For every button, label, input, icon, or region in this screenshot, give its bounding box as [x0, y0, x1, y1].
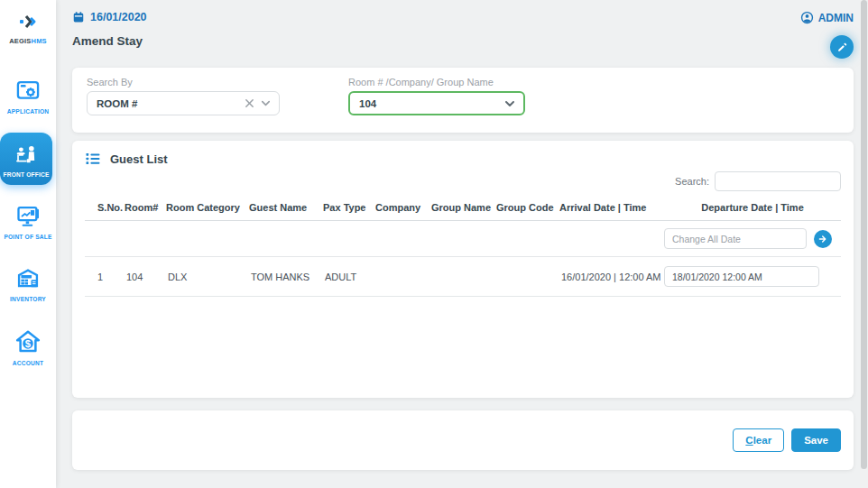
chevron-down-icon[interactable]: [503, 97, 516, 110]
guest-table: S.No. Room# Room Category Guest Name Pax…: [85, 198, 841, 297]
topbar: 16/01/2020 Amend Stay ADMIN: [72, 11, 854, 59]
col-room: Room#: [125, 202, 166, 213]
sidebar-item-account[interactable]: $ ACCOUNT: [0, 319, 56, 374]
scrollbar-thumb[interactable]: [861, 0, 867, 469]
calendar-icon: [72, 11, 85, 23]
col-group-code: Group Code: [496, 202, 559, 213]
guest-table-header: S.No. Room# Room Category Guest Name Pax…: [85, 198, 841, 221]
sidebar-item-label: INVENTORY: [10, 296, 46, 302]
clear-button[interactable]: Clear: [733, 428, 784, 452]
search-by-value: ROOM #: [97, 98, 137, 109]
sidebar-nav: APPLICATION FRONT OFFICE: [0, 65, 56, 379]
guest-list-title: Guest List: [110, 152, 168, 166]
col-departure: Departure Date | Time: [664, 202, 841, 213]
guest-table-row: 1 104 DLX TOM HANKS ADULT 16/01/2020 | 1…: [85, 257, 841, 297]
warehouse-icon: [14, 266, 42, 291]
apply-all-dates-button[interactable]: [814, 230, 832, 248]
sidebar-item-point-of-sale[interactable]: POINT OF SALE: [0, 195, 56, 248]
sidebar-item-application[interactable]: APPLICATION: [0, 69, 56, 123]
sidebar-item-front-office[interactable]: FRONT OFFICE: [0, 133, 52, 185]
col-company: Company: [375, 202, 431, 213]
brand-logo[interactable]: AEGISHMS: [9, 0, 47, 45]
save-button[interactable]: Save: [791, 428, 841, 452]
col-guest-name: Guest Name: [249, 202, 323, 213]
cell-room: 104: [125, 272, 166, 282]
table-search-label: Search:: [675, 176, 709, 187]
sidebar-item-label: APPLICATION: [7, 108, 49, 115]
room-company-group-value: 104: [359, 98, 376, 109]
cell-room-category: DLX: [166, 272, 249, 282]
room-company-group-select[interactable]: 104: [348, 91, 525, 115]
cell-pax-type: ADULT: [323, 272, 375, 282]
col-arrival: Arrival Date | Time: [559, 202, 664, 213]
house-dollar-icon: $: [14, 328, 42, 355]
departure-date-input[interactable]: [664, 266, 819, 287]
col-room-category: Room Category: [166, 202, 249, 213]
chevron-down-icon[interactable]: [260, 97, 272, 109]
edit-button[interactable]: [830, 35, 854, 59]
svg-text:$: $: [25, 338, 32, 349]
business-date-value: 16/01/2020: [90, 11, 147, 23]
col-group-name: Group Name: [431, 202, 496, 213]
table-search-input[interactable]: [715, 171, 841, 191]
list-icon: [85, 152, 101, 166]
col-sno: S.No.: [85, 202, 125, 213]
app-root: AEGISHMS: [0, 0, 868, 488]
brand-name: AEGISHMS: [9, 37, 47, 45]
vertical-scrollbar[interactable]: [860, 0, 868, 488]
business-date[interactable]: 16/01/2020: [72, 11, 147, 23]
guest-list-panel: Guest List Search: S.No. Room# Room Cate…: [72, 141, 854, 398]
user-menu[interactable]: ADMIN: [800, 11, 854, 24]
col-pax-type: Pax Type: [323, 202, 375, 213]
application-window-gear-icon: [14, 78, 42, 104]
search-by-select[interactable]: ROOM #: [87, 91, 280, 115]
pos-monitor-icon: [14, 204, 42, 229]
sidebar-item-label: FRONT OFFICE: [3, 171, 49, 178]
aegis-logo-icon: [16, 11, 40, 32]
main-content: 16/01/2020 Amend Stay ADMIN: [56, 0, 868, 488]
change-all-date-input[interactable]: [664, 228, 807, 249]
clear-selection-icon[interactable]: [245, 98, 254, 108]
room-company-group-label: Room # /Company/ Group Name: [348, 77, 525, 87]
cell-guest-name: TOM HANKS: [249, 272, 323, 282]
arrow-right-icon: [817, 234, 828, 244]
page-title: Amend Stay: [72, 34, 147, 48]
user-icon: [800, 11, 814, 24]
sidebar-item-label: POINT OF SALE: [4, 234, 51, 240]
change-all-date-row: [85, 221, 841, 257]
front-desk-people-icon: [12, 142, 41, 167]
search-by-label: Search By: [87, 77, 280, 87]
user-name: ADMIN: [818, 12, 854, 24]
actions-panel: Clear Save: [72, 410, 854, 470]
cell-arrival: 16/01/2020 | 12:00 AM: [559, 272, 664, 282]
sidebar-item-label: ACCOUNT: [13, 360, 43, 366]
search-panel: Search By ROOM # Room # /Company/ Group …: [72, 68, 854, 133]
sidebar-item-inventory[interactable]: INVENTORY: [0, 257, 56, 310]
sidebar: AEGISHMS: [0, 0, 56, 488]
cell-sno: 1: [85, 272, 125, 282]
pencil-icon: [836, 41, 848, 53]
